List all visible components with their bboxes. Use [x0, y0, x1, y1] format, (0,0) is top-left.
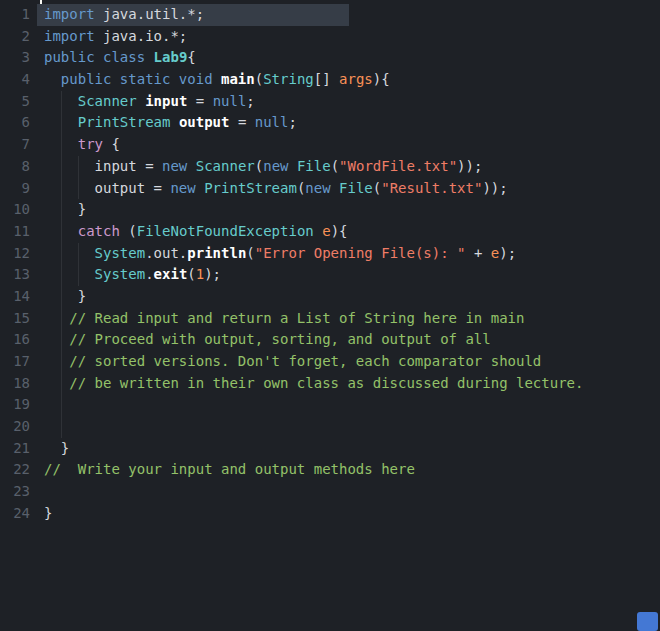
code-text: []	[314, 71, 339, 87]
code-line[interactable]: 23	[0, 481, 660, 503]
line-number[interactable]: 4	[0, 69, 30, 91]
code-text: =	[229, 114, 254, 130]
line-number[interactable]: 6	[0, 112, 30, 134]
code-line[interactable]: 13 System.exit(1);	[0, 264, 660, 286]
code-line-text: }	[44, 286, 660, 308]
line-number[interactable]: 18	[0, 373, 30, 395]
code-text	[44, 136, 78, 152]
code-text: {	[187, 49, 195, 65]
code-text: java.util.*;	[95, 6, 205, 22]
keyword-token: new	[170, 180, 195, 196]
line-number[interactable]: 9	[0, 178, 30, 200]
keyword-token: import	[44, 6, 95, 22]
line-number[interactable]: 17	[0, 351, 30, 373]
code-text: ){	[331, 223, 348, 239]
code-line-text	[44, 481, 660, 503]
code-text: input =	[44, 158, 162, 174]
code-text: (	[255, 71, 263, 87]
code-line[interactable]: 11 catch (FileNotFoundException e){	[0, 221, 660, 243]
indent-guide	[61, 394, 62, 416]
code-text: ;	[246, 93, 254, 109]
keyword-token: public static void	[61, 71, 213, 87]
code-line-text: }	[44, 503, 660, 525]
number-token: 1	[196, 266, 204, 282]
keyword-token: try	[78, 136, 103, 152]
code-text	[331, 180, 339, 196]
line-number[interactable]: 10	[0, 199, 30, 221]
line-number[interactable]: 12	[0, 243, 30, 265]
code-line[interactable]: 5 Scanner input = null;	[0, 91, 660, 113]
code-text: java.io.*;	[95, 28, 188, 44]
type-token: File	[339, 180, 373, 196]
keyword-token: null	[213, 93, 247, 109]
code-line-text: public class Lab9{	[44, 47, 660, 69]
line-number[interactable]: 7	[0, 134, 30, 156]
code-line[interactable]: 3public class Lab9{	[0, 47, 660, 69]
string-token: "Error Opening File(s): "	[255, 245, 466, 261]
code-editor[interactable]: 1import java.util.*;2import java.io.*;3p…	[0, 0, 660, 631]
code-text	[44, 93, 78, 109]
line-number[interactable]: 8	[0, 156, 30, 178]
code-line-text: }	[44, 438, 660, 460]
keyword-token: new	[263, 158, 288, 174]
code-line[interactable]: 20	[0, 416, 660, 438]
code-line[interactable]: 8 input = new Scanner(new File("WordFile…	[0, 156, 660, 178]
code-text	[44, 114, 78, 130]
code-line[interactable]: 10 }	[0, 199, 660, 221]
line-number[interactable]: 16	[0, 329, 30, 351]
line-number[interactable]: 2	[0, 26, 30, 48]
code-line[interactable]: 12 System.out.println("Error Opening Fil…	[0, 243, 660, 265]
variable-token: e	[491, 245, 499, 261]
code-line[interactable]: 21 }	[0, 438, 660, 460]
line-number[interactable]: 21	[0, 438, 30, 460]
class-name-token: Lab9	[154, 49, 188, 65]
line-number[interactable]: 24	[0, 503, 30, 525]
code-lines-container: 1import java.util.*;2import java.io.*;3p…	[0, 0, 660, 525]
code-text	[187, 158, 195, 174]
code-line[interactable]: 16 // Proceed with output, sorting, and …	[0, 329, 660, 351]
code-line-text	[44, 416, 660, 438]
code-line[interactable]: 14 }	[0, 286, 660, 308]
string-token: "WordFile.txt"	[339, 158, 457, 174]
line-number[interactable]: 5	[0, 91, 30, 113]
line-number[interactable]: 1	[0, 4, 30, 26]
line-number[interactable]: 22	[0, 459, 30, 481]
code-line-text: // Read input and return a List of Strin…	[44, 308, 660, 330]
code-line[interactable]: 6 PrintStream output = null;	[0, 112, 660, 134]
function-token: output	[179, 114, 230, 130]
code-line[interactable]: 2import java.io.*;	[0, 26, 660, 48]
line-number[interactable]: 15	[0, 308, 30, 330]
code-text	[44, 223, 78, 239]
code-line[interactable]: 15 // Read input and return a List of St…	[0, 308, 660, 330]
code-text: (	[331, 158, 339, 174]
code-text	[44, 245, 95, 261]
line-number[interactable]: 11	[0, 221, 30, 243]
code-line[interactable]: 4 public static void main(String[] args)…	[0, 69, 660, 91]
code-line-text: // sorted versions. Don't forget, each c…	[44, 351, 660, 373]
code-line-text: System.out.println("Error Opening File(s…	[44, 243, 660, 265]
code-line[interactable]: 24}	[0, 503, 660, 525]
code-text: {	[103, 136, 120, 152]
code-line[interactable]: 18 // be written in their own class as d…	[0, 373, 660, 395]
line-number[interactable]: 3	[0, 47, 30, 69]
code-line[interactable]: 9 output = new PrintStream(new File("Res…	[0, 178, 660, 200]
code-line-text: }	[44, 199, 660, 221]
code-line[interactable]: 22// Write your input and output methods…	[0, 459, 660, 481]
code-text	[44, 71, 61, 87]
code-line-text: PrintStream output = null;	[44, 112, 660, 134]
keyword-token: import	[44, 28, 95, 44]
code-line-text: output = new PrintStream(new File("Resul…	[44, 178, 660, 200]
string-token: "Result.txt"	[381, 180, 482, 196]
code-text	[170, 114, 178, 130]
code-line[interactable]: 7 try {	[0, 134, 660, 156]
code-line[interactable]: 17 // sorted versions. Don't forget, eac…	[0, 351, 660, 373]
line-number[interactable]: 23	[0, 481, 30, 503]
code-line[interactable]: 1import java.util.*;	[0, 4, 660, 26]
keyword-token: new	[162, 158, 187, 174]
line-number[interactable]: 14	[0, 286, 30, 308]
code-line[interactable]: 19	[0, 394, 660, 416]
line-number[interactable]: 20	[0, 416, 30, 438]
line-number[interactable]: 13	[0, 264, 30, 286]
comment-token: // sorted versions. Don't forget, each c…	[44, 353, 541, 369]
line-number[interactable]: 19	[0, 394, 30, 416]
